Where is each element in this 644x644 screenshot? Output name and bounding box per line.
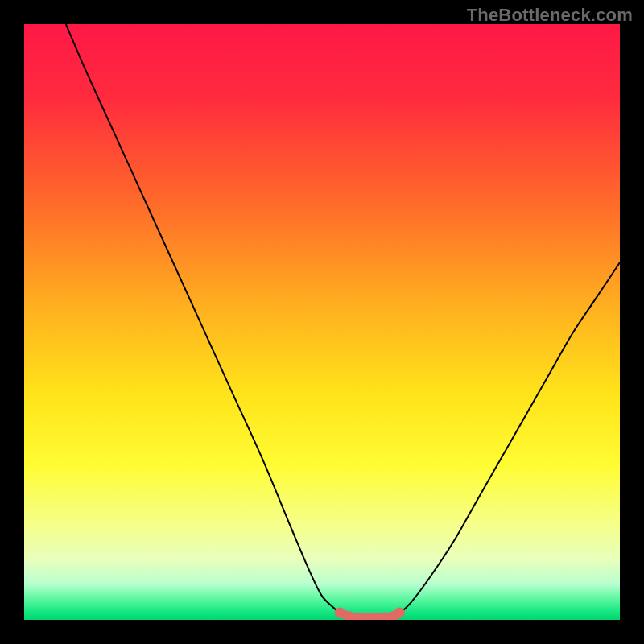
bottleneck-chart	[24, 24, 620, 620]
chart-frame: TheBottleneck.com	[0, 0, 644, 644]
optimal-range-dot	[335, 608, 345, 618]
watermark-text: TheBottleneck.com	[467, 5, 633, 26]
chart-background	[24, 24, 620, 620]
optimal-range-dot	[394, 608, 405, 618]
